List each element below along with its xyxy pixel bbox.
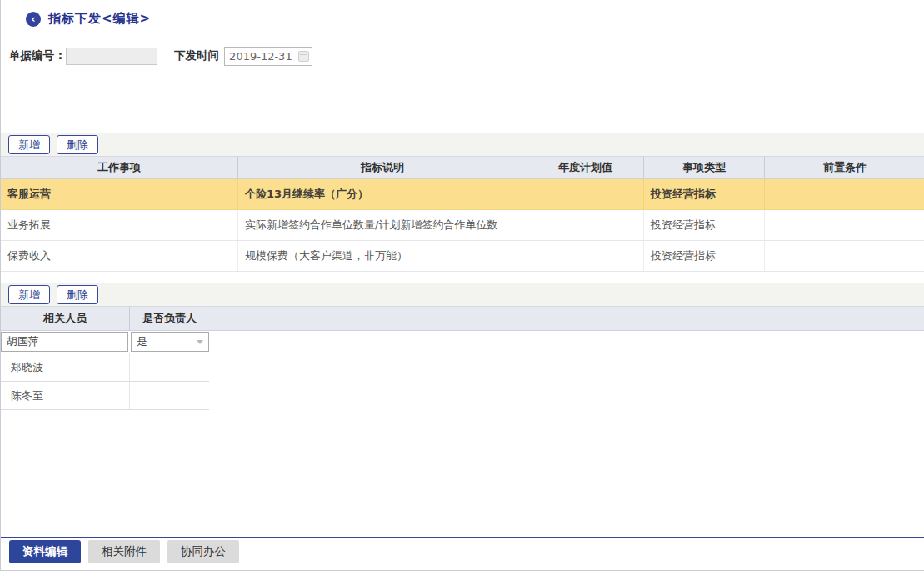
cell-annual-plan (527, 179, 644, 209)
header-form: 单据编号 : 下发时间 2019-12-31 (9, 46, 312, 66)
col-header-person: 相关人员 (1, 307, 130, 330)
cell-annual-plan (527, 241, 644, 271)
cell-indicator-desc: 规模保费（大客户渠道，非万能） (238, 241, 527, 271)
doc-no-label: 单据编号 : (9, 48, 62, 63)
table-row[interactable]: 郑晓波 (1, 353, 209, 382)
titlebar: ‹ 指标下发<编辑> (26, 11, 151, 27)
cell-annual-plan (527, 210, 644, 240)
back-icon[interactable]: ‹ (26, 12, 41, 27)
person-name: 郑晓波 (1, 353, 130, 381)
cell-work-item: 保费收入 (1, 241, 238, 271)
table-row[interactable]: 保费收入 规模保费（大客户渠道，非万能） 投资经营指标 (1, 241, 924, 272)
person-name-input[interactable]: 胡国萍 (1, 332, 128, 352)
personnel-table: 相关人员 是否负责人 胡国萍 是 郑晓波 陈冬至 (1, 306, 924, 410)
footer-divider (1, 537, 924, 538)
doc-no-input (66, 48, 157, 65)
tab-data-edit[interactable]: 资料编辑 (9, 540, 81, 563)
col-header-work-item: 工作事项 (1, 157, 238, 178)
table-row[interactable]: 胡国萍 是 (1, 331, 924, 353)
issue-time-input[interactable]: 2019-12-31 (224, 47, 312, 66)
indicator-delete-button[interactable]: 删除 (57, 135, 98, 154)
cell-item-type: 投资经营指标 (644, 210, 765, 240)
cell-work-item: 客服运营 (1, 179, 238, 209)
personnel-table-toolbar: 新增 删除 (1, 283, 924, 306)
col-header-is-responsible: 是否负责人 (130, 307, 209, 330)
footer-tabs: 资料编辑 相关附件 协同办公 (9, 540, 239, 563)
col-header-indicator-desc: 指标说明 (238, 157, 527, 178)
col-header-annual-plan: 年度计划值 (527, 157, 644, 178)
table-row[interactable]: 陈冬至 (1, 382, 209, 410)
indicator-table-header: 工作事项 指标说明 年度计划值 事项类型 前置条件 (1, 156, 924, 179)
table-row[interactable]: 业务拓展 实际新增签约合作单位数量/计划新增签约合作单位数 投资经营指标 (1, 210, 924, 241)
indicator-add-button[interactable]: 新增 (8, 135, 50, 154)
cell-precondition (765, 241, 924, 271)
table-row[interactable]: 客服运营 个险13月继续率（广分） 投资经营指标 (1, 179, 924, 210)
indicator-table: 工作事项 指标说明 年度计划值 事项类型 前置条件 客服运营 个险13月继续率（… (1, 156, 924, 272)
cell-indicator-desc: 实际新增签约合作单位数量/计划新增签约合作单位数 (238, 210, 527, 240)
cell-item-type: 投资经营指标 (644, 179, 765, 209)
personnel-table-header: 相关人员 是否负责人 (1, 306, 924, 331)
is-responsible-select[interactable]: 是 (131, 332, 209, 352)
person-name: 陈冬至 (1, 382, 130, 409)
personnel-delete-button[interactable]: 删除 (57, 285, 98, 304)
is-responsible-value: 是 (137, 334, 147, 349)
col-header-precondition: 前置条件 (765, 157, 924, 178)
chevron-down-icon (197, 340, 203, 344)
tab-collaboration[interactable]: 协同办公 (167, 540, 239, 563)
page-title: 指标下发<编辑> (48, 11, 151, 27)
issue-time-value: 2019-12-31 (229, 50, 292, 63)
indicator-issue-edit-page: ‹ 指标下发<编辑> 单据编号 : 下发时间 2019-12-31 新增 删除 … (0, 0, 924, 571)
cell-work-item: 业务拓展 (1, 210, 238, 240)
col-header-item-type: 事项类型 (644, 157, 765, 178)
back-chevron-glyph: ‹ (32, 14, 36, 24)
indicator-table-toolbar: 新增 删除 (1, 133, 924, 156)
cell-precondition (765, 179, 924, 209)
cell-indicator-desc: 个险13月继续率（广分） (238, 179, 527, 209)
cell-precondition (765, 210, 924, 240)
calendar-icon[interactable] (298, 51, 309, 62)
tab-related-attachments[interactable]: 相关附件 (88, 540, 160, 563)
issue-time-label: 下发时间 (174, 48, 219, 63)
cell-item-type: 投资经营指标 (644, 241, 765, 271)
personnel-add-button[interactable]: 新增 (8, 285, 50, 304)
